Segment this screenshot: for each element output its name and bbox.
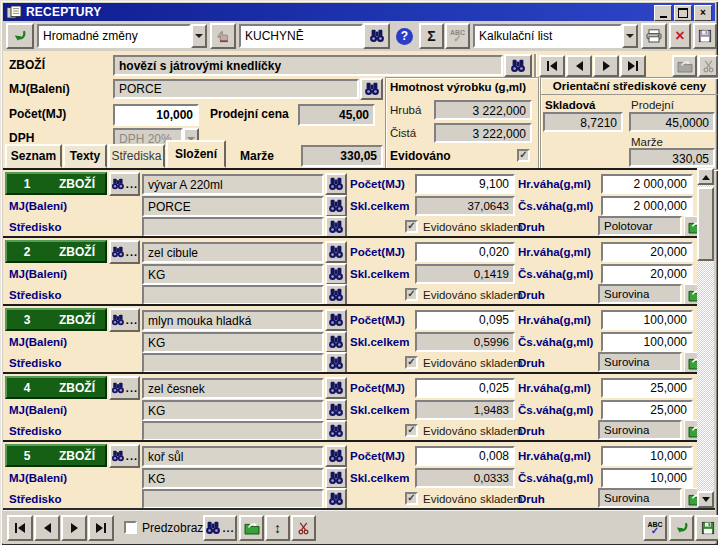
spellcheck-bottom-button[interactable]: ABC✓ xyxy=(643,515,667,541)
toolbar-search-button[interactable] xyxy=(363,23,390,49)
close-button[interactable]: × xyxy=(694,5,712,21)
spellcheck-button[interactable]: ABC✓ xyxy=(445,23,470,49)
report-dropdown-value[interactable]: Kalkulační list xyxy=(473,24,622,48)
preview-checkbox[interactable] xyxy=(124,521,137,534)
row-mj-input[interactable] xyxy=(142,468,324,489)
report-dropdown[interactable]: Kalkulační list xyxy=(473,24,638,48)
row-mj-input[interactable] xyxy=(142,264,324,285)
scrollbar-thumb[interactable] xyxy=(697,187,714,261)
row-name-input[interactable] xyxy=(142,378,324,399)
row-stredisko-search-button[interactable] xyxy=(325,352,347,374)
tab-texty[interactable]: Texty xyxy=(63,144,107,168)
row-search-more-button[interactable]: ... xyxy=(109,240,140,264)
maximize-button[interactable] xyxy=(674,5,692,21)
cut-item-button[interactable] xyxy=(291,515,316,541)
row-search-more-button[interactable]: ... xyxy=(109,308,140,332)
row-stredisko-input[interactable] xyxy=(142,421,324,441)
vertical-scrollbar[interactable] xyxy=(697,168,714,508)
prev-item-button[interactable] xyxy=(34,515,60,541)
evidovano-checkbox[interactable]: ✓ xyxy=(517,149,530,162)
row-evidovano-checkbox[interactable]: ✓ xyxy=(405,220,418,233)
report-dropdown-arrow[interactable] xyxy=(622,24,638,48)
row-evidovano-checkbox[interactable]: ✓ xyxy=(405,492,418,505)
row-mj-search-button[interactable] xyxy=(325,399,347,421)
row-cs-vaha-input[interactable] xyxy=(601,196,693,216)
mode-dropdown[interactable]: Hromadné změny xyxy=(37,24,207,48)
search-more-button[interactable]: ... xyxy=(203,515,237,541)
print-button[interactable] xyxy=(641,23,667,49)
row-name-input[interactable] xyxy=(142,446,324,467)
last-item-button[interactable] xyxy=(88,515,114,541)
row-name-search-button[interactable] xyxy=(325,377,347,399)
folder-button[interactable] xyxy=(239,515,264,541)
row-hr-vaha-input[interactable] xyxy=(601,310,693,330)
row-name-search-button[interactable] xyxy=(325,445,347,467)
row-hr-vaha-input[interactable] xyxy=(601,174,693,194)
row-evidovano-checkbox[interactable]: ✓ xyxy=(405,424,418,437)
zbozi-search-button[interactable] xyxy=(504,54,532,77)
row-stredisko-search-button[interactable] xyxy=(325,216,347,238)
refresh-button[interactable] xyxy=(6,23,34,49)
row-name-input[interactable] xyxy=(142,174,324,195)
row-search-more-button[interactable]: ... xyxy=(109,444,140,468)
row-mj-search-button[interactable] xyxy=(325,467,347,489)
first-item-button[interactable] xyxy=(7,515,33,541)
cancel-button[interactable]: × xyxy=(669,23,691,49)
row-stredisko-input[interactable] xyxy=(142,353,324,373)
row-search-more-button[interactable]: ... xyxy=(109,172,140,196)
pocet-input[interactable] xyxy=(113,104,199,126)
row-cs-vaha-input[interactable] xyxy=(601,468,693,488)
row-stredisko-input[interactable] xyxy=(142,489,324,509)
row-pocet-input[interactable] xyxy=(415,310,515,330)
next-item-button[interactable] xyxy=(61,515,87,541)
revert-button[interactable] xyxy=(669,515,694,541)
zbozi-input[interactable] xyxy=(113,55,503,76)
prev-record-button[interactable] xyxy=(566,55,592,77)
tab-strediska[interactable]: Střediska xyxy=(108,144,165,168)
resize-button[interactable]: ↕ xyxy=(265,515,290,541)
minimize-button[interactable] xyxy=(654,5,672,21)
row-name-input[interactable] xyxy=(142,310,324,331)
row-hr-vaha-input[interactable] xyxy=(601,446,693,466)
row-mj-search-button[interactable] xyxy=(325,195,347,217)
row-search-more-button[interactable]: ... xyxy=(109,376,140,400)
row-cs-vaha-input[interactable] xyxy=(601,264,693,284)
row-pocet-input[interactable] xyxy=(415,174,515,194)
row-pocet-input[interactable] xyxy=(415,446,515,466)
save-button[interactable] xyxy=(693,23,717,49)
row-cs-vaha-input[interactable] xyxy=(601,332,693,352)
tab-slozeni[interactable]: Složení xyxy=(166,140,226,168)
row-evidovano-checkbox[interactable]: ✓ xyxy=(405,356,418,369)
scroll-down-button[interactable] xyxy=(697,491,714,508)
row-hr-vaha-input[interactable] xyxy=(601,242,693,262)
row-stredisko-input[interactable] xyxy=(142,285,324,305)
save-bottom-button[interactable] xyxy=(695,515,718,541)
row-stredisko-search-button[interactable] xyxy=(325,420,347,442)
row-mj-input[interactable] xyxy=(142,196,324,217)
row-stredisko-input[interactable] xyxy=(142,217,324,237)
row-name-search-button[interactable] xyxy=(325,241,347,263)
row-evidovano-checkbox[interactable]: ✓ xyxy=(405,288,418,301)
row-name-input[interactable] xyxy=(142,242,324,263)
row-name-search-button[interactable] xyxy=(325,173,347,195)
row-stredisko-search-button[interactable] xyxy=(325,284,347,306)
first-record-button[interactable] xyxy=(539,55,565,77)
scroll-up-button[interactable] xyxy=(697,168,714,185)
row-name-search-button[interactable] xyxy=(325,309,347,331)
title-bar[interactable]: RECEPTURY × xyxy=(3,3,715,21)
mj-input[interactable] xyxy=(113,79,359,99)
cut-button[interactable] xyxy=(698,55,718,77)
mode-dropdown-arrow[interactable] xyxy=(191,24,207,48)
row-mj-search-button[interactable] xyxy=(325,331,347,353)
tab-seznam[interactable]: Seznam xyxy=(5,144,62,168)
row-hr-vaha-input[interactable] xyxy=(601,378,693,398)
last-record-button[interactable] xyxy=(620,55,646,77)
row-pocet-input[interactable] xyxy=(415,378,515,398)
row-mj-input[interactable] xyxy=(142,332,324,353)
sum-button[interactable]: Σ xyxy=(419,23,444,49)
mode-dropdown-value[interactable]: Hromadné změny xyxy=(37,24,191,48)
row-mj-input[interactable] xyxy=(142,400,324,421)
open-folder-button[interactable] xyxy=(672,55,697,77)
row-stredisko-search-button[interactable] xyxy=(325,488,347,510)
help-button[interactable]: ? xyxy=(391,23,418,49)
